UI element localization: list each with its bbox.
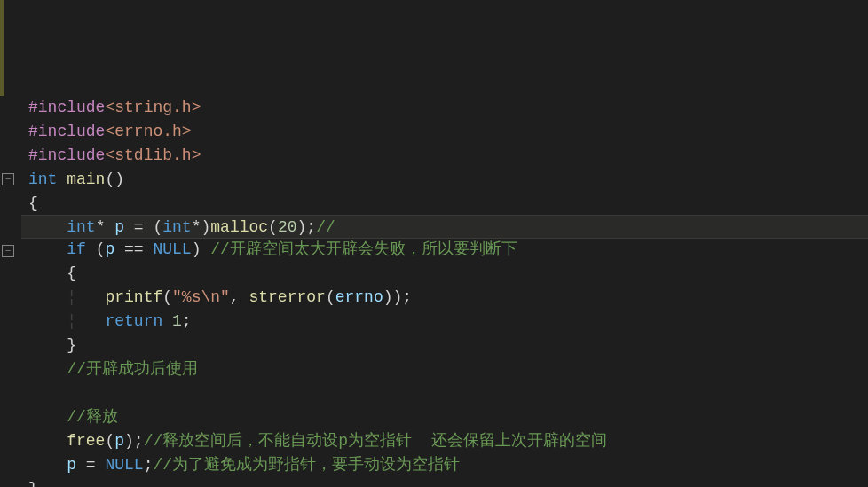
token: ; bbox=[182, 312, 192, 330]
token: } bbox=[28, 480, 38, 487]
token: )); bbox=[383, 288, 412, 306]
token: if bbox=[67, 240, 86, 258]
token: ( bbox=[268, 218, 278, 236]
token: p bbox=[114, 432, 124, 450]
token: p bbox=[67, 456, 76, 474]
code-area[interactable]: #include<string.h>#include<errno.h>#incl… bbox=[18, 96, 868, 487]
token bbox=[57, 170, 67, 188]
token: errno bbox=[335, 288, 383, 306]
token: <stdlib.h> bbox=[105, 146, 201, 164]
token: free bbox=[67, 432, 105, 450]
token: #include bbox=[28, 122, 105, 140]
token: ( bbox=[326, 288, 335, 306]
token: ( bbox=[105, 432, 114, 450]
token: strerror bbox=[249, 288, 325, 306]
token: ) bbox=[192, 240, 211, 258]
token: //为了避免成为野指针，要手动设为空指针 bbox=[153, 456, 460, 474]
token: #include bbox=[28, 98, 105, 116]
token: NULL bbox=[153, 240, 191, 258]
token: #include bbox=[28, 146, 105, 164]
code-line[interactable]: int* p = (int*)malloc(20);// bbox=[21, 215, 868, 239]
code-line[interactable] bbox=[21, 381, 868, 405]
code-line[interactable]: free(p);//释放空间后，不能自动设p为空指针 还会保留上次开辟的空间 bbox=[21, 429, 868, 453]
token: * bbox=[96, 218, 115, 236]
token: p bbox=[105, 240, 114, 258]
code-line[interactable]: #include<stdlib.h> bbox=[21, 144, 868, 168]
token: int bbox=[67, 218, 95, 236]
token: p bbox=[114, 218, 124, 236]
token: () bbox=[105, 170, 124, 188]
token: // bbox=[316, 218, 335, 236]
token: ); bbox=[297, 218, 317, 236]
token: //释放 bbox=[67, 408, 118, 426]
fold-toggle-icon[interactable]: − bbox=[2, 245, 14, 257]
code-editor: −− #include<string.h>#include<errno.h>#i… bbox=[0, 96, 868, 487]
token: printf bbox=[105, 288, 162, 306]
gutter: −− bbox=[0, 96, 18, 487]
code-line[interactable]: } bbox=[21, 334, 868, 357]
token: ; bbox=[144, 456, 154, 474]
fold-toggle-icon[interactable]: − bbox=[2, 173, 14, 185]
code-line[interactable]: int main() bbox=[21, 168, 868, 192]
token: ( bbox=[86, 240, 106, 258]
token: malloc bbox=[210, 218, 268, 236]
code-line[interactable]: ¦ return 1; bbox=[21, 310, 868, 334]
token: int bbox=[28, 170, 57, 188]
token: //开辟空间太大开辟会失败，所以要判断下 bbox=[210, 240, 517, 258]
code-line[interactable]: { bbox=[21, 262, 868, 286]
token: { bbox=[67, 264, 76, 282]
token: 20 bbox=[278, 218, 297, 236]
code-line[interactable]: p = NULL;//为了避免成为野指针，要手动设为空指针 bbox=[21, 453, 868, 477]
code-line[interactable]: #include<string.h> bbox=[21, 96, 868, 120]
token: <errno.h> bbox=[105, 122, 191, 140]
token: , bbox=[230, 288, 249, 306]
token bbox=[162, 312, 172, 330]
token: { bbox=[28, 194, 38, 212]
code-line[interactable]: //释放 bbox=[21, 405, 868, 429]
token: //释放空间后，不能自动设p为空指针 还会保留上次开辟的空间 bbox=[144, 432, 607, 450]
token: = ( bbox=[124, 218, 162, 236]
token: = bbox=[76, 456, 105, 474]
token: //开辟成功后使用 bbox=[67, 360, 198, 378]
token: 1 bbox=[172, 312, 182, 330]
token: *) bbox=[192, 218, 211, 236]
token: == bbox=[114, 240, 153, 258]
code-line[interactable]: if (p == NULL) //开辟空间太大开辟会失败，所以要判断下 bbox=[21, 238, 868, 262]
token: ); bbox=[124, 432, 144, 450]
token: main bbox=[67, 170, 105, 188]
code-line[interactable]: } bbox=[21, 477, 868, 487]
code-line[interactable]: //开辟成功后使用 bbox=[21, 357, 868, 381]
token: return bbox=[105, 312, 162, 330]
code-line[interactable]: #include<errno.h> bbox=[21, 120, 868, 144]
code-line[interactable]: { bbox=[21, 192, 868, 216]
token: "%s\n" bbox=[172, 288, 230, 306]
token: <string.h> bbox=[105, 98, 201, 116]
code-line[interactable]: ¦ printf("%s\n", strerror(errno)); bbox=[21, 286, 868, 310]
token: } bbox=[67, 336, 76, 354]
token: ( bbox=[162, 288, 172, 306]
token: int bbox=[162, 218, 191, 236]
token: NULL bbox=[105, 456, 143, 474]
